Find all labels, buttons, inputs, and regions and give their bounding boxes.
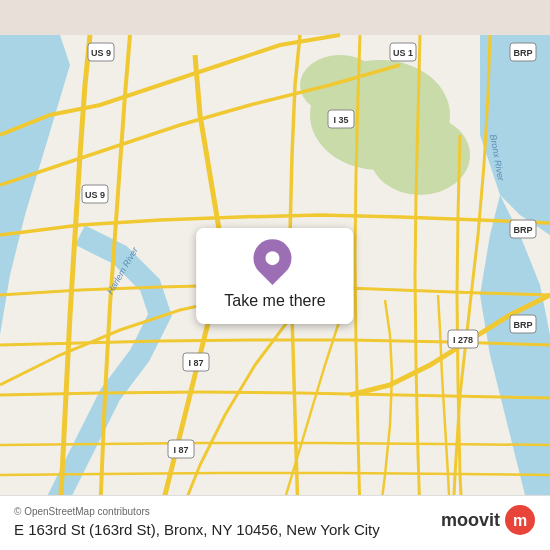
svg-point-2: [370, 115, 470, 195]
moovit-icon: m: [504, 504, 536, 536]
location-pin-icon: [245, 231, 299, 285]
svg-text:I 87: I 87: [188, 358, 203, 368]
location-pin-wrapper: [253, 238, 297, 290]
svg-text:BRP: BRP: [513, 225, 532, 235]
svg-text:I 87: I 87: [173, 445, 188, 455]
svg-text:m: m: [513, 512, 527, 529]
take-me-there-button[interactable]: Take me there: [196, 228, 353, 324]
svg-text:I 278: I 278: [453, 335, 473, 345]
svg-text:US 1: US 1: [393, 48, 413, 58]
svg-text:BRP: BRP: [513, 320, 532, 330]
svg-text:US 9: US 9: [91, 48, 111, 58]
moovit-brand-name: moovit: [441, 510, 500, 531]
attribution-text: © OpenStreetMap contributors: [14, 506, 150, 517]
svg-text:BRP: BRP: [513, 48, 532, 58]
svg-point-3: [300, 55, 380, 115]
map-container: US 9 US 9 US 1 I 35 BRP BRP BRP I 87: [0, 0, 550, 550]
svg-text:I 35: I 35: [333, 115, 348, 125]
take-me-there-label: Take me there: [224, 292, 325, 310]
info-bar: © OpenStreetMap contributors E 163rd St …: [0, 495, 550, 550]
moovit-logo: moovit m: [441, 504, 536, 536]
svg-text:US 9: US 9: [85, 190, 105, 200]
